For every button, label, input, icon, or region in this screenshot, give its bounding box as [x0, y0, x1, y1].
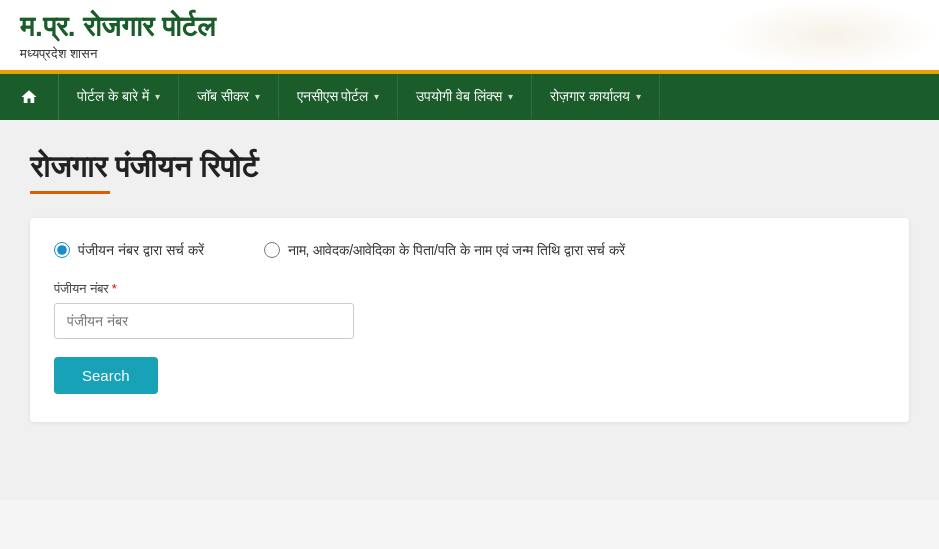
- nav-item-job-seeker-label: जॉब सीकर: [197, 88, 249, 105]
- chevron-down-icon: ▾: [636, 91, 641, 102]
- nav-item-job-seeker[interactable]: जॉब सीकर ▾: [179, 74, 279, 119]
- radio-option-1-label: पंजीयन नंबर द्वारा सर्च करें: [78, 242, 204, 259]
- nav-item-about-label: पोर्टल के बारे में: [77, 88, 149, 105]
- nav-item-useful-links-label: उपयोगी वेब लिंक्स: [416, 88, 502, 105]
- header-decoration: [719, 0, 939, 70]
- chevron-down-icon: ▾: [255, 91, 260, 102]
- radio-option-2-label: नाम, आवेदक/आवेदिका के पिता/पति के नाम एव…: [288, 242, 625, 259]
- radio-by-registration[interactable]: [54, 242, 70, 258]
- chevron-down-icon: ▾: [155, 91, 160, 102]
- nav-item-employment-office-label: रोज़गार कार्यालय: [550, 88, 630, 105]
- search-button[interactable]: Search: [54, 357, 158, 394]
- page-title: रोजगार पंजीयन रिपोर्ट: [30, 150, 909, 185]
- required-star: *: [112, 281, 117, 296]
- home-icon: [20, 88, 38, 106]
- nav-item-ncs-label: एनसीएस पोर्टल: [297, 88, 369, 105]
- navbar: पोर्टल के बारे में ▾ जॉब सीकर ▾ एनसीएस प…: [0, 74, 939, 120]
- field-label: पंजीयन नंबर*: [54, 281, 885, 297]
- search-form-card: पंजीयन नंबर द्वारा सर्च करें नाम, आवेदक/…: [30, 218, 909, 422]
- nav-item-employment-office[interactable]: रोज़गार कार्यालय ▾: [532, 74, 660, 119]
- title-underline: [30, 191, 110, 194]
- nav-item-ncs[interactable]: एनसीएस पोर्टल ▾: [279, 74, 399, 119]
- registration-number-input[interactable]: [54, 303, 354, 339]
- chevron-down-icon: ▾: [508, 91, 513, 102]
- radio-option-2[interactable]: नाम, आवेदक/आवेदिका के पिता/पति के नाम एव…: [264, 242, 625, 259]
- header: म.प्र. रोजगार पोर्टल मध्यप्रदेश शासन: [0, 0, 939, 74]
- nav-home-button[interactable]: [0, 74, 59, 120]
- nav-item-about[interactable]: पोर्टल के बारे में ▾: [59, 74, 179, 119]
- radio-group: पंजीयन नंबर द्वारा सर्च करें नाम, आवेदक/…: [54, 242, 885, 259]
- main-content: रोजगार पंजीयन रिपोर्ट पंजीयन नंबर द्वारा…: [0, 120, 939, 500]
- radio-by-name[interactable]: [264, 242, 280, 258]
- nav-item-useful-links[interactable]: उपयोगी वेब लिंक्स ▾: [398, 74, 532, 119]
- chevron-down-icon: ▾: [374, 91, 379, 102]
- radio-option-1[interactable]: पंजीयन नंबर द्वारा सर्च करें: [54, 242, 204, 259]
